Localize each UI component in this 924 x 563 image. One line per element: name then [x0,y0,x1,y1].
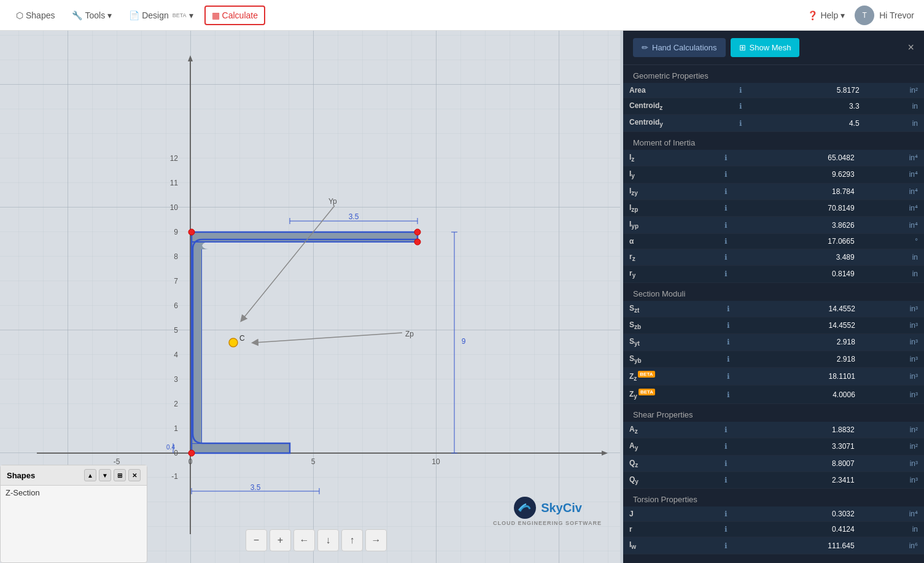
svg-text:7: 7 [174,277,178,285]
table-row: Ay ℹ 3.3071 in² [623,438,924,455]
table-row: Szb ℹ 14.4552 in³ [623,317,924,333]
shapes-icon: ⬡ [16,10,23,20]
svg-point-51 [514,497,536,519]
svg-text:3.5: 3.5 [349,212,359,221]
calculate-icon: ▦ [212,10,220,20]
table-row: Syt ℹ 2.918 in³ [623,334,924,351]
design-chevron: ▾ [189,10,193,20]
shapes-copy-btn[interactable]: ⊞ [114,469,126,481]
svg-text:10: 10 [170,203,179,212]
table-row: α ℹ 17.0665 ° [623,233,924,249]
shapes-up-btn[interactable]: ▲ [84,469,96,481]
right-panel: ✏ Hand Calculations ⊞ Show Mesh × Geomet… [623,31,924,563]
table-row: Syb ℹ 2.918 in³ [623,351,924,367]
zoom-in-btn[interactable]: + [270,529,291,551]
table-row: ry ℹ 0.8149 in [623,266,924,282]
table-row: Iz ℹ 65.0482 in⁴ [623,150,924,166]
mesh-icon: ⊞ [739,43,746,52]
help-chevron: ▾ [841,10,845,20]
svg-text:9: 9 [462,337,466,346]
svg-text:Yp: Yp [328,197,337,206]
avatar: T [855,6,874,25]
svg-text:9: 9 [174,228,178,236]
svg-rect-24 [192,443,290,453]
svg-point-47 [188,450,195,456]
show-mesh-btn[interactable]: ⊞ Show Mesh [731,38,800,57]
bottom-toolbar: − + ← ↓ ↑ → [246,527,387,553]
nav-tools[interactable]: 🔧 Tools ▾ [66,7,118,24]
list-item[interactable]: Z-Section [6,488,142,497]
svg-point-48 [414,229,421,235]
svg-text:6: 6 [174,301,178,310]
help-icon: ❓ [807,10,818,20]
svg-point-49 [414,239,421,245]
navbar: ⬡ Shapes 🔧 Tools ▾ 📄 Design BETA ▾ ▦ Cal… [0,0,924,31]
table-row: Qz ℹ 8.8007 in³ [623,455,924,472]
table-row: Centroidy ℹ 4.5 in [623,115,924,131]
svg-text:0: 0 [188,457,193,466]
table-row: J ℹ 0.3032 in⁴ [623,507,924,522]
svg-rect-26 [192,232,417,242]
hand-calculations-btn[interactable]: ✏ Hand Calculations [633,38,726,57]
shapes-down-btn[interactable]: ▼ [99,469,111,481]
shear-section-title: Shear Properties [623,404,924,422]
shapes-panel-header: Shapes ▲ ▼ ⊞ ✕ [1,465,147,486]
table-row: Iw ℹ 111.645 in⁶ [623,537,924,554]
tools-chevron: ▾ [107,10,112,20]
svg-text:0.4: 0.4 [166,444,175,451]
svg-point-41 [229,338,238,347]
shapes-delete-btn[interactable]: ✕ [128,469,141,481]
svg-text:8: 8 [174,252,178,261]
panel-header: ✏ Hand Calculations ⊞ Show Mesh × [623,31,924,65]
torsion-properties-table: J ℹ 0.3032 in⁴ r ℹ 0.4124 in Iw ℹ 111.64… [623,507,924,554]
table-row: Iy ℹ 9.6293 in⁴ [623,166,924,183]
svg-text:Zp: Zp [405,330,414,338]
moduli-properties-table: Szt ℹ 14.4552 in³ Szb ℹ 14.4552 in³ Syt … [623,301,924,404]
inertia-section-title: Moment of Inertia [623,132,924,150]
help-menu[interactable]: ❓ Help ▾ [807,10,845,20]
svg-text:11: 11 [170,179,179,187]
table-row: Az ℹ 1.8832 in² [623,422,924,438]
svg-text:2: 2 [174,400,178,408]
pan-right-btn[interactable]: → [365,529,387,551]
table-row: Iyp ℹ 3.8626 in⁴ [623,217,924,233]
table-row: Izp ℹ 70.8149 in⁴ [623,200,924,216]
svg-text:3: 3 [174,375,178,384]
user-menu[interactable]: T Hi Trevor [855,6,914,25]
pan-left-btn[interactable]: ← [293,529,315,551]
shapes-panel: Shapes ▲ ▼ ⊞ ✕ Z-Section [0,465,147,563]
torsion-section-title: Torsion Properties [623,489,924,507]
geometric-section-title: Geometric Properties [623,65,924,83]
svg-text:12: 12 [170,154,179,163]
svg-text:-1: -1 [171,472,178,481]
geometric-properties-table: Area ℹ 5.8172 in² Centroidz ℹ 3.3 in Cen… [623,83,924,132]
moduli-section-title: Section Moduli [623,283,924,301]
svg-text:3.5: 3.5 [250,483,261,492]
svg-text:4: 4 [174,351,178,359]
nav-shapes[interactable]: ⬡ Shapes [10,7,61,24]
table-row: r ℹ 0.4124 in [623,522,924,537]
pencil-icon: ✏ [642,43,648,52]
svg-point-50 [188,229,195,235]
close-panel-btn[interactable]: × [907,41,914,54]
table-row: Qy ℹ 2.3411 in³ [623,472,924,489]
table-row: rz ℹ 3.489 in [623,249,924,265]
pan-up-btn[interactable]: ↑ [341,529,363,551]
tools-icon: 🔧 [72,10,82,20]
shear-properties-table: Az ℹ 1.8832 in² Ay ℹ 3.3071 in² Qz ℹ 8.8… [623,422,924,489]
svg-text:5: 5 [174,326,178,335]
shapes-controls: ▲ ▼ ⊞ ✕ [84,469,141,481]
table-row: Izy ℹ 18.784 in⁴ [623,183,924,200]
table-row: Area ℹ 5.8172 in² [623,83,924,98]
nav-design[interactable]: 📄 Design BETA ▾ [123,7,199,24]
table-row: ZyBETA ℹ 4.0006 in³ [623,386,924,403]
skyciv-logo: SkyCiv CLOUD ENGINEERING SOFTWARE [493,495,602,526]
table-row: ZzBETA ℹ 18.1101 in³ [623,368,924,386]
zoom-out-btn[interactable]: − [246,529,267,551]
svg-text:C: C [239,334,245,343]
canvas-area[interactable]: 0 5 10 0 1 2 3 4 5 6 7 8 9 10 11 12 -1 -… [0,31,620,563]
svg-text:5: 5 [311,457,316,466]
nav-calculate[interactable]: ▦ Calculate [204,6,265,25]
pan-down-btn[interactable]: ↓ [317,529,339,551]
table-row: Szt ℹ 14.4552 in³ [623,301,924,317]
